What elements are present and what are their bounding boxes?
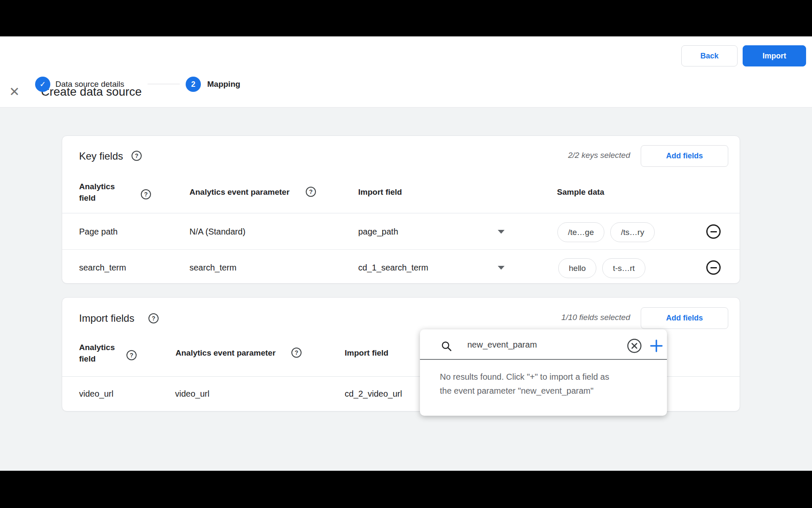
close-icon[interactable]: ✕	[6, 83, 23, 100]
chevron-down-icon[interactable]	[498, 230, 505, 234]
add-field-plus-icon[interactable]	[650, 339, 663, 353]
import-fields-title: Import fields	[79, 312, 134, 325]
key-fields-help-icon[interactable]: ?	[132, 151, 142, 161]
search-input[interactable]: new_event_param	[467, 339, 537, 351]
step-connector	[148, 84, 180, 84]
column-header-analytics-field: Analytics field	[79, 342, 126, 364]
step-2-label[interactable]: Mapping	[207, 77, 240, 92]
key-fields-title: Key fields	[79, 150, 123, 163]
row-analytics-field: Page path	[79, 226, 118, 237]
dialog-header: ✕ Create data source Back Import ✓ Data …	[0, 36, 812, 108]
key-fields-card: Key fields ? 2/2 keys selected Add field…	[62, 135, 740, 284]
column-header-import-field: Import field	[358, 186, 402, 198]
column-header-event-parameter: Analytics event parameter	[176, 347, 276, 359]
analytics-field-help-icon[interactable]: ?	[141, 189, 151, 199]
remove-row-icon[interactable]	[706, 224, 721, 239]
row-event-parameter: N/A (Standard)	[189, 226, 245, 237]
sample-chip: hello	[558, 258, 596, 278]
row-import-field-value[interactable]: cd_2_video_url	[345, 389, 402, 399]
event-parameter-help-icon[interactable]: ?	[291, 348, 302, 358]
import-fields-selected-summary: 1/10 fields selected	[561, 313, 630, 322]
sample-chip: t-s…rt	[602, 258, 645, 278]
row-event-parameter: search_term	[189, 262, 236, 273]
step-2-number: 2	[186, 77, 201, 92]
back-button[interactable]: Back	[681, 45, 738, 66]
divider	[62, 249, 740, 250]
step-1-label[interactable]: Data source details	[55, 77, 124, 92]
no-results-message: No results found. Click "+" to import a …	[440, 370, 609, 398]
key-fields-add-fields-button[interactable]: Add fields	[641, 145, 728, 167]
screen: ✕ Create data source Back Import ✓ Data …	[0, 0, 812, 508]
add-field-popup: new_event_param No results found. Click …	[420, 329, 667, 416]
import-fields-add-fields-button[interactable]: Add fields	[641, 307, 728, 329]
analytics-field-help-icon[interactable]: ?	[126, 350, 137, 360]
dialog: ✕ Create data source Back Import ✓ Data …	[0, 36, 812, 471]
import-fields-help-icon[interactable]: ?	[148, 313, 159, 323]
event-parameter-help-icon[interactable]: ?	[306, 187, 316, 197]
divider	[420, 359, 667, 360]
row-import-field-value[interactable]: cd_1_search_term	[358, 262, 428, 273]
row-analytics-field: video_url	[79, 389, 113, 399]
import-button[interactable]: Import	[743, 45, 806, 66]
row-event-parameter: video_url	[175, 389, 209, 399]
row-import-field-value[interactable]: page_path	[358, 226, 398, 237]
clear-search-icon[interactable]	[627, 338, 642, 353]
column-header-analytics-field: Analytics field	[79, 181, 126, 204]
sample-chip: /te…ge	[557, 222, 604, 242]
search-icon	[441, 341, 452, 352]
row-analytics-field: search_term	[79, 262, 126, 273]
column-header-import-field: Import field	[345, 347, 388, 359]
sample-chip: /ts…ry	[610, 222, 655, 242]
key-fields-selected-summary: 2/2 keys selected	[568, 151, 630, 160]
remove-row-icon[interactable]	[706, 260, 721, 275]
column-header-event-parameter: Analytics event parameter	[189, 186, 290, 198]
chevron-down-icon[interactable]	[498, 266, 505, 270]
column-header-sample-data: Sample data	[557, 186, 604, 198]
step-1-check-icon: ✓	[35, 77, 50, 92]
divider	[62, 213, 740, 213]
